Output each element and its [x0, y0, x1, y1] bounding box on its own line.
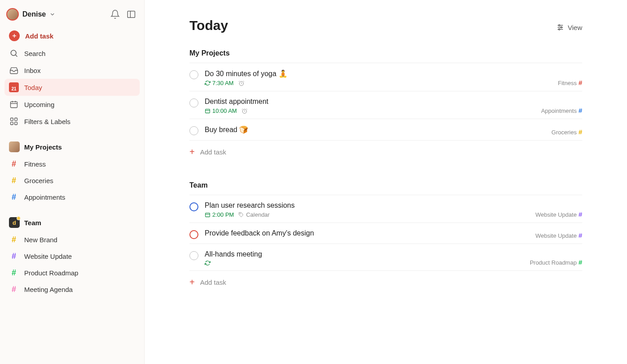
plus-icon: + [189, 147, 195, 157]
project-item[interactable]: #Groceries [4, 172, 140, 189]
task-row[interactable]: Buy bread 🍞 Groceries # [189, 119, 582, 141]
task-time: 2:00 PM [205, 211, 234, 218]
add-task-inline[interactable]: +Add task [189, 271, 582, 294]
task-checkbox[interactable] [189, 230, 198, 239]
hash-icon: # [579, 258, 582, 266]
nav-upcoming[interactable]: Upcoming [4, 96, 140, 113]
add-task-label: Add task [200, 148, 226, 156]
team-project-list: #New Brand#Website Update#Product Roadma… [4, 231, 140, 298]
project-item[interactable]: #Fitness [4, 156, 140, 172]
svg-rect-13 [15, 122, 17, 125]
hash-icon: # [579, 107, 582, 114]
hash-icon: # [579, 79, 582, 86]
plus-icon: + [189, 277, 195, 287]
project-item[interactable]: #New Brand [4, 231, 140, 248]
svg-rect-0 [128, 11, 135, 18]
task-checkbox[interactable] [189, 70, 198, 79]
toggle-sidebar-button[interactable] [126, 9, 136, 19]
nav-label: Today [24, 84, 42, 91]
user-menu[interactable]: Denise [6, 8, 56, 21]
hash-icon: # [9, 193, 19, 202]
task-row[interactable]: Dentist appointment 10:00 AM Appointment… [189, 91, 582, 119]
hash-icon: # [9, 285, 19, 294]
project-name: Website Update [535, 232, 576, 239]
sidebar-section-team[interactable]: d Team [4, 214, 140, 231]
task-checkbox[interactable] [189, 202, 198, 211]
sidebar-section-my-projects[interactable]: My Projects [4, 138, 140, 156]
sidebar-header: Denise [4, 5, 140, 27]
task-project-link[interactable]: Groceries # [551, 128, 582, 136]
calendar-icon [9, 99, 19, 109]
task-title: Provide feedback on Amy's design [205, 229, 529, 237]
project-label: Groceries [24, 177, 53, 184]
view-button[interactable]: View [556, 23, 582, 31]
project-item[interactable]: #Product Roadmap [4, 265, 140, 281]
task-project-link[interactable]: Website Update # [535, 231, 582, 239]
chevron-down-icon [49, 11, 56, 17]
svg-rect-6 [11, 102, 17, 107]
project-name: Product Roadmap [530, 259, 577, 266]
nav-label: Upcoming [24, 101, 55, 108]
add-task-label: Add task [200, 278, 226, 286]
task-group: Team Plan user research sessions 2:00 PM… [189, 181, 582, 294]
add-task-inline[interactable]: +Add task [189, 141, 582, 163]
project-label: Website Update [24, 253, 72, 260]
task-project-link[interactable]: Product Roadmap # [530, 258, 582, 266]
task-row[interactable]: Do 30 minutes of yoga 🧘 7:30 AM Fitness … [189, 63, 582, 91]
page-title: Today [189, 18, 582, 33]
nav-search[interactable]: Search [4, 45, 140, 62]
hash-icon: # [9, 268, 19, 278]
inbox-icon [9, 65, 19, 75]
task-row[interactable]: Provide feedback on Amy's design Website… [189, 223, 582, 244]
task-row[interactable]: Plan user research sessions 2:00 PMCalen… [189, 195, 582, 223]
svg-rect-12 [11, 122, 13, 125]
hash-icon: # [9, 176, 19, 185]
view-label: View [568, 24, 582, 31]
hash-icon: # [9, 235, 19, 244]
section-label: My Projects [24, 143, 62, 151]
task-checkbox[interactable] [189, 98, 198, 107]
plus-icon [9, 30, 20, 41]
group-title: My Projects [189, 49, 582, 63]
task-project-link[interactable]: Appointments # [541, 107, 582, 114]
add-task-button[interactable]: Add task [4, 27, 140, 45]
task-time: 10:00 AM [205, 107, 237, 114]
task-checkbox[interactable] [189, 126, 198, 135]
nav-today[interactable]: 21 Today [4, 79, 140, 96]
task-label: Calendar [238, 211, 270, 218]
nav-label: Filters & Labels [24, 118, 70, 125]
task-project-link[interactable]: Fitness # [558, 79, 582, 86]
notifications-button[interactable] [110, 9, 120, 19]
svg-rect-24 [206, 213, 210, 217]
nav-inbox[interactable]: Inbox [4, 62, 140, 79]
group-title: Team [189, 181, 582, 195]
project-item[interactable]: #Website Update [4, 248, 140, 265]
section-label: Team [24, 219, 41, 227]
sliders-icon [556, 23, 564, 31]
task-title: Buy bread 🍞 [205, 125, 545, 134]
nav-label: Inbox [24, 67, 41, 74]
hash-icon: # [579, 128, 582, 136]
project-item[interactable]: #Meeting Agenda [4, 281, 140, 298]
svg-line-5 [16, 55, 17, 57]
user-name: Denise [22, 10, 46, 18]
task-time: 7:30 AM [205, 80, 234, 86]
hash-icon: # [579, 231, 582, 239]
task-title: Plan user research sessions [205, 201, 529, 210]
recurring-icon [205, 260, 210, 266]
svg-rect-11 [15, 118, 17, 121]
nav-label: Search [24, 50, 46, 57]
nav-filters[interactable]: Filters & Labels [4, 113, 140, 130]
hash-icon: # [9, 159, 19, 169]
sidebar: Denise Add task Search Inbox 2 [0, 0, 145, 364]
task-row[interactable]: All-hands meeting Product Roadmap # [189, 244, 582, 271]
bell-icon [110, 9, 120, 19]
task-project-link[interactable]: Website Update # [535, 210, 582, 218]
project-label: Appointments [24, 193, 65, 201]
project-label: Fitness [24, 160, 46, 168]
task-checkbox[interactable] [189, 251, 198, 260]
project-name: Appointments [541, 107, 577, 114]
svg-point-18 [561, 27, 562, 28]
project-item[interactable]: #Appointments [4, 189, 140, 206]
svg-point-17 [558, 25, 560, 26]
